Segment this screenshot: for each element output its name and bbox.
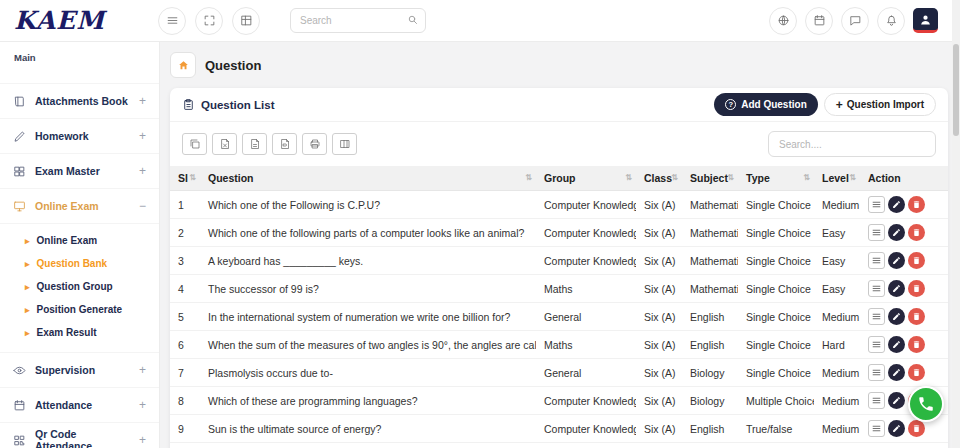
expand-toggle: + [139, 398, 146, 412]
row-options-button[interactable] [868, 196, 885, 213]
menu-toggle-button[interactable] [158, 7, 186, 35]
cell-class: Six (A) [636, 191, 682, 219]
submenu-item-exam-result[interactable]: Exam Result [0, 321, 159, 344]
row-edit-button[interactable] [888, 280, 905, 297]
plus-icon [836, 98, 843, 112]
cell-question: A keyboard has _________ keys. [200, 247, 536, 275]
row-options-button[interactable] [868, 224, 885, 241]
row-delete-button[interactable] [908, 308, 925, 325]
row-options-button[interactable] [868, 308, 885, 325]
row-edit-button[interactable] [888, 392, 905, 409]
fullscreen-button[interactable] [195, 7, 223, 35]
page-title: Question [205, 58, 261, 73]
submenu-item-online-exam[interactable]: Online Exam [0, 229, 159, 252]
print-button[interactable] [302, 133, 327, 155]
table-row: 10 Heat liberated per gram of a fuel is … [170, 443, 948, 448]
clipboard-icon [182, 98, 195, 111]
sort-icon [803, 173, 810, 182]
row-edit-button[interactable] [888, 224, 905, 241]
sidebar-item-attendance[interactable]: Attendance + [0, 387, 159, 422]
global-search [290, 8, 426, 33]
cell-class: Six (A) [636, 331, 682, 359]
sidebar-item-online-exam[interactable]: Online Exam − [0, 188, 159, 223]
submenu-label: Online Exam [37, 235, 98, 246]
row-options-button[interactable] [868, 392, 885, 409]
row-options-button[interactable] [868, 280, 885, 297]
header-question[interactable]: Question [200, 166, 536, 191]
scrollbar-thumb[interactable] [953, 44, 959, 136]
sidebar-item-label: Supervision [35, 364, 130, 376]
sort-icon [189, 173, 196, 182]
cell-type: Multiple Choice [738, 443, 814, 448]
add-question-button[interactable]: Add Question [714, 93, 818, 116]
column-visibility-button[interactable] [332, 133, 357, 155]
sidebar-item-attachments-book[interactable]: Attachments Book + [0, 83, 159, 118]
row-edit-button[interactable] [888, 308, 905, 325]
row-edit-button[interactable] [888, 336, 905, 353]
cell-class: Six (A) [636, 359, 682, 387]
cell-group: Computer Knowledge [536, 247, 636, 275]
header-type[interactable]: Type [738, 166, 814, 191]
submenu-item-position-generate[interactable]: Position Generate [0, 298, 159, 321]
table-search-input[interactable] [768, 131, 936, 157]
row-delete-button[interactable] [908, 224, 925, 241]
user-avatar[interactable] [913, 8, 938, 33]
cell-level: Medium [814, 303, 860, 331]
row-edit-button[interactable] [888, 420, 905, 437]
calendar-icon [13, 399, 26, 412]
row-delete-button[interactable] [908, 280, 925, 297]
language-button[interactable] [769, 7, 797, 35]
cell-subject: English [682, 415, 738, 443]
row-edit-button[interactable] [888, 196, 905, 213]
row-edit-button[interactable] [888, 364, 905, 381]
sidebar-item-exam-master[interactable]: Exam Master + [0, 153, 159, 188]
messages-button[interactable] [841, 7, 869, 35]
submenu-item-question-group[interactable]: Question Group [0, 275, 159, 298]
excel-export-button[interactable] [212, 133, 237, 155]
cell-action [860, 247, 948, 275]
question-import-button[interactable]: Question Import [824, 93, 936, 116]
apps-grid-button[interactable] [232, 7, 260, 35]
question-circle-icon [725, 99, 736, 110]
sort-icon [727, 173, 734, 182]
submenu-label: Question Group [37, 281, 113, 292]
sidebar-item-supervision[interactable]: Supervision + [0, 352, 159, 387]
csv-export-button[interactable] [242, 133, 267, 155]
submenu-item-question-bank[interactable]: Question Bank [0, 252, 159, 275]
row-options-button[interactable] [868, 364, 885, 381]
sidebar-item-qr-code-attendance[interactable]: Qr Code Attendance + [0, 422, 159, 448]
question-import-label: Question Import [847, 99, 924, 110]
header-sl[interactable]: Sl [170, 166, 200, 191]
grid-icon [13, 165, 26, 178]
row-options-button[interactable] [868, 252, 885, 269]
row-delete-button[interactable] [908, 364, 925, 381]
pdf-export-button[interactable] [272, 133, 297, 155]
page-scrollbar[interactable] [952, 0, 960, 448]
row-delete-button[interactable] [908, 196, 925, 213]
whatsapp-button[interactable] [908, 386, 944, 422]
row-edit-button[interactable] [888, 252, 905, 269]
cell-question: Heat liberated per gram of a fuel is cal… [200, 443, 536, 448]
csv-icon [249, 138, 261, 150]
row-delete-button[interactable] [908, 420, 925, 437]
row-delete-button[interactable] [908, 336, 925, 353]
header-group[interactable]: Group [536, 166, 636, 191]
global-search-input[interactable] [290, 8, 426, 33]
arrow-icon [25, 304, 30, 315]
row-options-button[interactable] [868, 336, 885, 353]
cell-type: Single Choice [738, 331, 814, 359]
home-button[interactable] [170, 52, 196, 78]
header-subject[interactable]: Subject [682, 166, 738, 191]
qr-code-icon [13, 434, 26, 447]
header-class[interactable]: Class [636, 166, 682, 191]
calendar-button[interactable] [805, 7, 833, 35]
sidebar-item-label: Online Exam [35, 200, 130, 212]
row-delete-button[interactable] [908, 252, 925, 269]
row-options-button[interactable] [868, 420, 885, 437]
brand-logo[interactable]: KAEM [0, 6, 158, 35]
header-level[interactable]: Level [814, 166, 860, 191]
copy-export-button[interactable] [182, 133, 207, 155]
sidebar-item-homework[interactable]: Homework + [0, 118, 159, 153]
cell-subject: Physics [682, 443, 738, 448]
notifications-button[interactable] [877, 7, 905, 35]
